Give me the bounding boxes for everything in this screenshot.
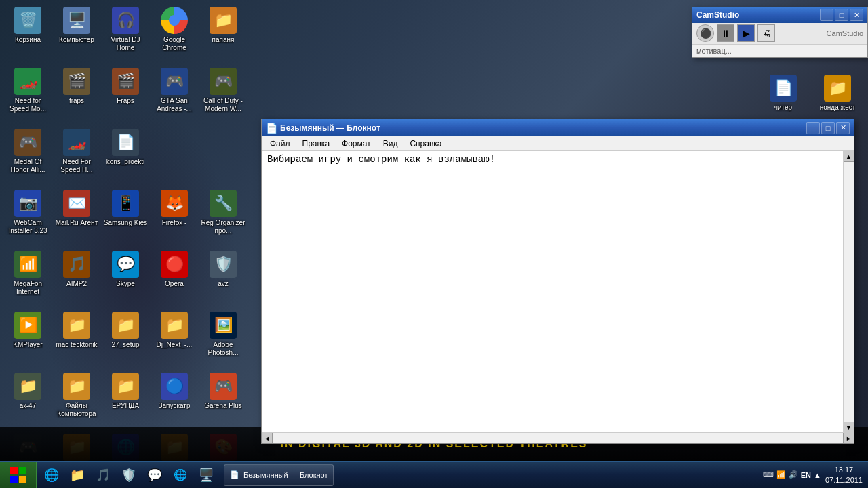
icon-mailru[interactable]: ✉️ Mail.Ru Агент [52,186,101,247]
cam-settings-btn[interactable]: 🖨 [757,24,775,42]
notepad-maximize[interactable]: □ [821,122,835,134]
icon-photoshop[interactable]: 🖼️ Adobe Photosh... [199,308,248,369]
icon-erunda[interactable]: 📁 ЕРУНДА [101,369,150,430]
icon-skype[interactable]: 💬 Skype [101,247,150,308]
camstudio-title: CamStudio [696,10,817,20]
camstudio-titlebar[interactable]: CamStudio — □ ✕ [692,7,867,23]
icon-garena[interactable]: 🎮 Garena Plus [199,369,248,430]
clock-display[interactable]: 13:17 07.11.2011 [825,465,863,485]
camstudio-close[interactable]: ✕ [850,9,863,21]
tray-audio-icon: 🔊 [789,470,798,479]
camstudio-minimize[interactable]: — [820,9,833,21]
icon-opera[interactable]: 🔴 Opera [150,247,199,308]
icon-computer[interactable]: 🖥️ Компьютер [52,3,101,64]
icon-recycle-img: 🗑️ [14,7,41,34]
icon-papanya-img: 📁 [210,7,237,34]
icon-mactech[interactable]: 📁 mac tecktonik [52,308,101,369]
tray-keyboard-icon: ⌨ [763,470,774,479]
icon-cod[interactable]: 🎮 Call of Duty - Modern W... [199,64,248,125]
notepad-close[interactable]: ✕ [836,122,850,134]
icon-djnext[interactable]: 📁 Dj_Next_-... [150,308,199,369]
system-tray: ⌨ 📶 🔊 EN ▲ [757,470,821,479]
taskbar-apps: 📄 Безымянный — Блокнот [221,462,751,488]
menu-view[interactable]: Вид [378,138,403,150]
icon-recycle[interactable]: 🗑️ Корзина [3,3,52,64]
notepad-scrollbar-v[interactable]: ▲ ▼ [843,151,854,432]
scroll-up-btn[interactable]: ▲ [844,151,854,162]
scroll-left-btn[interactable]: ◄ [262,433,273,443]
icon-kmplayer[interactable]: ▶️ KMPlayer [3,308,52,369]
tray-network-icon: 📶 [776,470,786,479]
icon-reg[interactable]: 🔧 Reg Organizer про... [199,186,248,247]
icon-fraps2[interactable]: 🎬 Fraps [101,64,150,125]
camstudio-toolbar: ⚫ ⏸ ▶ 🖨 CamStudio [692,23,867,45]
taskbar-quicklaunch: 🌐 📁 🎵 🛡️ 💬 🌐 🖥️ [37,462,221,488]
clock-time: 13:17 [825,465,863,474]
icon-computer-img: 🖥️ [63,7,90,34]
taskbar-notepad-app[interactable]: 📄 Безымянный — Блокнот [224,464,334,486]
taskbar-skype-icon[interactable]: 💬 [142,464,167,487]
cam-status: CamStudio [827,29,863,37]
camstudio-maximize[interactable]: □ [835,9,848,21]
start-button[interactable] [0,462,37,489]
menu-file[interactable]: Файл [264,138,296,150]
tray-arrow-icon[interactable]: ▲ [814,471,821,479]
cam-label: мотивац... [692,45,867,57]
icon-medal[interactable]: 🎮 Medal Of Honor Alli... [3,125,52,186]
icon-virtualdj-img: 🎧 [112,7,139,34]
icon-chrome[interactable]: Google Chrome [150,3,199,64]
notepad-body: ▲ ▼ [262,151,854,432]
scroll-down-btn[interactable]: ▼ [844,422,854,432]
notepad-titlebar[interactable]: 📄 Безымянный — Блокнот — □ ✕ [262,119,854,136]
taskbar-kaspersky-icon[interactable]: 🛡️ [117,464,141,487]
cam-record-btn[interactable]: ⚫ [696,24,714,42]
taskbar-chrome-icon[interactable]: 🌐 [168,464,193,487]
icon-fraps[interactable]: 🎬 fraps [52,64,101,125]
svg-rect-3 [19,476,26,483]
notepad-minimize[interactable]: — [806,122,820,134]
icon-chrome-img [161,7,188,34]
icon-ak47[interactable]: 📁 ак-47 [3,369,52,430]
icon-gta[interactable]: 🎮 GTA San Andreas -... [150,64,199,125]
icon-recycle-label: Корзина [15,36,41,44]
icon-kons[interactable]: 📄 kons_proekti [101,125,150,186]
notepad-scrollbar-h[interactable]: ◄ ► [262,432,854,443]
cam-play-btn[interactable]: ▶ [737,24,755,42]
menu-edit[interactable]: Правка [297,138,336,150]
icon-firefox[interactable]: 🦊 Firefox - [150,186,199,247]
cam-pause-btn[interactable]: ⏸ [717,24,734,42]
svg-rect-2 [10,476,18,483]
icon-needspeed2[interactable]: 🏎️ Need For Speed H... [52,125,101,186]
camstudio-controls: — □ ✕ [820,9,863,21]
scroll-right-btn[interactable]: ► [843,433,854,443]
icon-papanya[interactable]: 📁 папаня [199,3,248,64]
taskbar-media-icon[interactable]: 🎵 [91,464,115,487]
icon-avz[interactable]: 🛡️ avz [199,247,248,308]
menu-help[interactable]: Справка [404,138,447,150]
icon-webcam[interactable]: 📷 WebCam Installer 3.23 [3,186,52,247]
clock-date: 07.11.2011 [825,475,863,485]
taskbar: 🌐 📁 🎵 🛡️ 💬 🌐 🖥️ 📄 Безымянный — Блокнот ⌨… [0,461,868,488]
taskbar-ie-icon[interactable]: 🌐 [39,464,64,487]
icon-megafon[interactable]: 📶 MegaFon Internet [3,247,52,308]
tray-lang[interactable]: EN [801,471,811,479]
camstudio-window: CamStudio — □ ✕ ⚫ ⏸ ▶ 🖨 CamStudio мотива… [692,7,868,58]
scroll-track[interactable] [844,162,854,422]
icon-setup[interactable]: 📁 27_setup [101,308,150,369]
svg-rect-1 [19,467,26,474]
icon-samsung[interactable]: 📱 Samsung Kies [101,186,150,247]
desktop: 🗑️ Корзина 🖥️ Компьютер 🎧 Virtual DJ Hom… [0,0,868,488]
notepad-menubar: Файл Правка Формат Вид Справка [262,136,854,151]
taskbar-folder-icon[interactable]: 📁 [65,464,90,487]
menu-format[interactable]: Формат [336,138,376,150]
icon-files[interactable]: 📁 Файлы Компьютора [52,369,101,430]
svg-rect-0 [10,467,18,474]
notepad-textarea[interactable] [262,151,843,432]
icon-virtualdj[interactable]: 🎧 Virtual DJ Home [101,3,150,64]
icon-papanya-label: папаня [212,36,235,44]
taskbar-vm-icon[interactable]: 🖥️ [194,464,218,487]
icon-nfsmw[interactable]: 🏎️ Need for Speed Mo... [3,64,52,125]
icon-aimp[interactable]: 🎵 AIMP2 [52,247,101,308]
icon-virtualdj-label: Virtual DJ Home [102,36,149,52]
icon-zapu[interactable]: 🔵 Запускатр [150,369,199,430]
